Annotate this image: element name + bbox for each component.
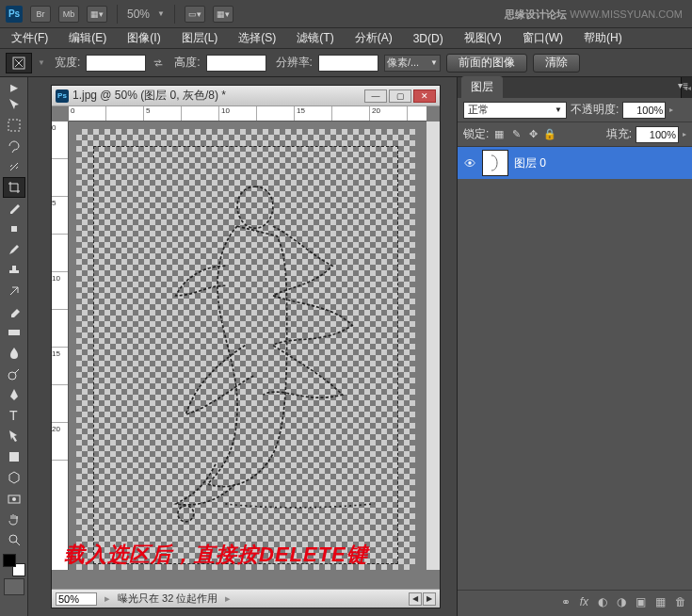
swap-icon[interactable]	[152, 57, 165, 70]
zoom-level[interactable]: 50%	[127, 8, 150, 21]
svg-point-9	[9, 535, 17, 543]
menu-view[interactable]: 视图(V)	[460, 28, 506, 48]
scrollbar-vertical[interactable]	[426, 122, 440, 570]
3d-tool[interactable]	[3, 467, 25, 488]
prev-button[interactable]: ◀	[409, 592, 422, 606]
new-layer-icon[interactable]: ▦	[655, 595, 666, 608]
link-icon[interactable]: ⚭	[561, 595, 571, 608]
move-tool[interactable]	[3, 94, 25, 115]
shape-tool[interactable]	[3, 446, 25, 467]
menu-image[interactable]: 图像(I)	[123, 28, 164, 48]
lock-position-icon[interactable]: ✥	[526, 128, 539, 141]
crop-tool[interactable]	[3, 177, 25, 198]
fill-field[interactable]	[636, 126, 679, 143]
menu-3d[interactable]: 3D(D)	[410, 30, 447, 47]
tool-preset[interactable]	[6, 53, 32, 73]
svg-rect-1	[8, 120, 20, 131]
bridge-button[interactable]: Br	[30, 6, 51, 23]
delete-icon[interactable]: 🗑	[675, 595, 686, 608]
hand-tool[interactable]	[3, 509, 25, 529]
options-bar: ▼ 宽度: 高度: 分辨率: 像素/...▼ 前面的图像 清除	[0, 49, 692, 77]
lock-label: 锁定:	[463, 126, 489, 142]
lock-transparent-icon[interactable]: ▦	[492, 128, 506, 141]
layer-item[interactable]: 图层 0	[458, 147, 692, 179]
layers-footer: ⚭ fx ◐ ◑ ▣ ▦ 🗑	[458, 590, 692, 612]
document-title: 1.jpg @ 50% (图层 0, 灰色/8) *	[72, 88, 226, 104]
zoom-tool[interactable]	[3, 529, 25, 550]
quickmask-button[interactable]	[4, 578, 24, 595]
toolbox: ▸ T	[0, 77, 28, 616]
status-text: 曝光只在 32 位起作用	[118, 592, 217, 606]
clear-button[interactable]: 清除	[533, 54, 580, 73]
layer-list: 图层 0	[458, 147, 692, 495]
blur-tool[interactable]	[3, 343, 25, 364]
group-icon[interactable]: ▣	[636, 595, 646, 608]
svg-rect-3	[8, 330, 20, 335]
resolution-field[interactable]	[318, 55, 378, 72]
artwork	[123, 167, 387, 543]
menu-layer[interactable]: 图层(L)	[178, 28, 222, 48]
canvas[interactable]	[76, 129, 415, 570]
next-button[interactable]: ▶	[423, 592, 436, 606]
front-image-button[interactable]: 前面的图像	[446, 54, 527, 73]
minibridge-button[interactable]: Mb	[58, 6, 79, 23]
collapse-icon[interactable]: ▸	[8, 81, 20, 92]
fx-icon[interactable]: fx	[580, 595, 588, 608]
svg-rect-6	[9, 452, 19, 462]
marquee-tool[interactable]	[3, 115, 25, 136]
svg-text:T: T	[9, 408, 18, 423]
opacity-label: 不透明度:	[571, 102, 619, 118]
close-button[interactable]: ✕	[413, 89, 436, 103]
width-label: 宽度:	[55, 55, 80, 71]
menu-edit[interactable]: 编辑(E)	[65, 28, 110, 48]
history-brush-tool[interactable]	[3, 281, 25, 301]
color-swatches[interactable]	[3, 554, 25, 576]
screen-mode-button[interactable]: ▦▾	[87, 6, 107, 23]
ruler-horizontal[interactable]: 0510152025	[69, 106, 426, 122]
wand-tool[interactable]	[3, 156, 25, 177]
svg-point-11	[468, 161, 472, 165]
view-extras-button[interactable]: ▭▾	[185, 6, 205, 23]
doc-icon: Ps	[56, 89, 69, 103]
resolution-label: 分辨率:	[276, 55, 313, 71]
brush-tool[interactable]	[3, 239, 25, 260]
ruler-vertical[interactable]: 05101520	[52, 122, 69, 570]
menu-analysis[interactable]: 分析(A)	[351, 28, 396, 48]
menu-help[interactable]: 帮助(H)	[580, 28, 626, 48]
opacity-field[interactable]	[622, 102, 666, 119]
type-tool[interactable]: T	[3, 405, 25, 426]
lock-all-icon[interactable]: 🔒	[543, 128, 556, 141]
blend-mode-dropdown[interactable]: 正常▼	[463, 102, 567, 119]
healing-tool[interactable]	[3, 219, 25, 239]
menu-file[interactable]: 文件(F)	[8, 28, 52, 48]
pen-tool[interactable]	[3, 384, 25, 405]
arrange-button[interactable]: ▦▾	[213, 6, 233, 23]
unit-dropdown[interactable]: 像素/...▼	[384, 55, 441, 72]
eyedropper-tool[interactable]	[3, 198, 25, 219]
lasso-tool[interactable]	[3, 136, 25, 156]
document-titlebar[interactable]: Ps 1.jpg @ 50% (图层 0, 灰色/8) * — ▢ ✕	[52, 86, 440, 106]
width-field[interactable]	[86, 55, 146, 72]
menu-filter[interactable]: 滤镜(T)	[293, 28, 337, 48]
gradient-tool[interactable]	[3, 322, 25, 343]
adjustment-icon[interactable]: ◑	[617, 595, 626, 608]
zoom-field[interactable]	[56, 592, 97, 606]
menu-select[interactable]: 选择(S)	[234, 28, 280, 48]
camera-tool[interactable]	[3, 488, 25, 509]
layers-tab[interactable]: 图层	[461, 76, 503, 98]
mask-icon[interactable]: ◐	[598, 595, 607, 608]
menu-window[interactable]: 窗口(W)	[519, 28, 567, 48]
lock-paint-icon[interactable]: ✎	[509, 128, 523, 141]
height-field[interactable]	[206, 55, 266, 72]
path-tool[interactable]	[3, 426, 25, 446]
minimize-button[interactable]: —	[364, 89, 387, 103]
maximize-button[interactable]: ▢	[389, 89, 411, 103]
visibility-icon[interactable]	[463, 156, 476, 170]
eraser-tool[interactable]	[3, 301, 25, 322]
panel-menu-icon[interactable]: ▾≡	[678, 80, 688, 90]
ps-logo: Ps	[6, 6, 23, 23]
dodge-tool[interactable]	[3, 364, 25, 384]
layer-thumbnail[interactable]	[482, 150, 508, 176]
svg-rect-2	[11, 226, 17, 232]
stamp-tool[interactable]	[3, 260, 25, 281]
